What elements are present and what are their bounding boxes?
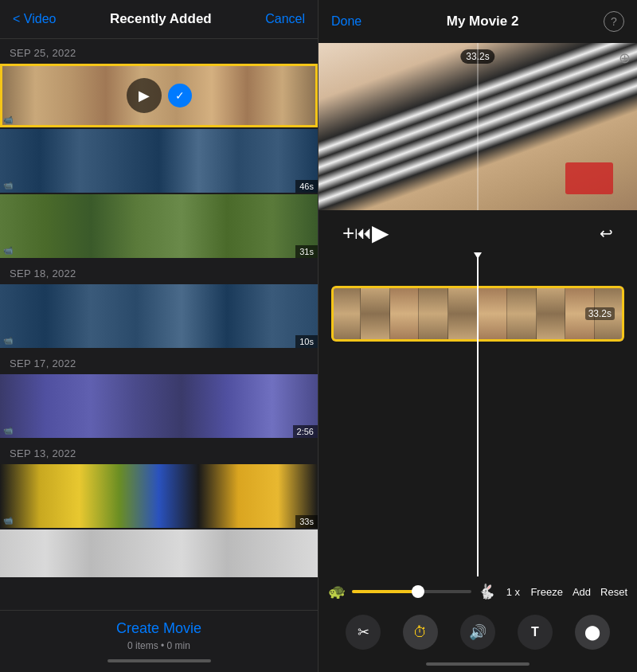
speed-multiplier: 1 x — [502, 586, 524, 598]
slow-speed-icon: 🐢 — [328, 583, 346, 600]
left-header: < Video Recently Added Cancel — [0, 0, 318, 39]
section-date-3: SEP 17, 2022 — [0, 350, 318, 374]
left-panel: < Video Recently Added Cancel SEP 25, 20… — [0, 0, 318, 672]
undo-button[interactable]: ↩ — [600, 224, 613, 243]
add-speed-button[interactable]: Add — [573, 586, 591, 598]
film-strip — [331, 286, 624, 342]
back-button[interactable]: < Video — [13, 12, 56, 26]
speed-slider[interactable] — [352, 590, 471, 593]
right-home-indicator — [426, 662, 530, 666]
camera-icon-5: 📹 — [3, 426, 13, 435]
speed-actions: Freeze Add Reset — [530, 586, 627, 598]
create-movie-button[interactable]: Create Movie — [116, 620, 201, 637]
video-duration-5: 2:56 — [293, 425, 318, 438]
timeline-track[interactable]: 33.2s — [331, 286, 624, 342]
video-item-4[interactable]: 10s 📹 — [0, 284, 318, 348]
scissors-tool[interactable]: ✂ — [346, 615, 381, 650]
right-header: Done My Movie 2 ? — [318, 0, 637, 43]
video-duration-6: 33s — [295, 515, 318, 528]
camera-icon: 📹 — [3, 115, 13, 124]
filter-tool[interactable]: ⬤ — [575, 615, 610, 650]
video-item-1[interactable]: ▶ ✓ 📹 — [0, 64, 318, 127]
video-preview: 33.2s ⊕ — [318, 43, 637, 210]
cancel-button[interactable]: Cancel — [265, 12, 305, 26]
go-to-start-button[interactable]: ⏮ — [354, 223, 372, 244]
video-item-5[interactable]: 2:56 📹 — [0, 374, 318, 438]
speed-controls: 🐢 🐇 1 x Freeze Add Reset — [318, 576, 637, 607]
video-list: SEP 25, 2022 ▶ ✓ 📹 46s 📹 31s 📹 SEP 18, 2… — [0, 39, 318, 610]
editing-toolbar: ✂ ⏱ 🔊 T ⬤ — [318, 607, 637, 658]
play-button[interactable]: ▶ — [127, 78, 162, 113]
video-item-3[interactable]: 31s 📹 — [0, 194, 318, 258]
play-overlay: ▶ ✓ — [127, 78, 192, 113]
volume-tool[interactable]: 🔊 — [460, 615, 495, 650]
track-duration: 33.2s — [585, 307, 615, 320]
video-item-2[interactable]: 46s 📹 — [0, 129, 318, 193]
video-duration-2: 46s — [295, 180, 318, 193]
left-panel-title: Recently Added — [110, 11, 212, 27]
video-duration-4: 10s — [295, 335, 318, 348]
zoom-button[interactable]: ⊕ — [619, 49, 631, 67]
freeze-button[interactable]: Freeze — [530, 586, 562, 598]
video-item-7[interactable] — [0, 529, 318, 577]
speed-tool[interactable]: ⏱ — [403, 615, 438, 650]
check-icon: ✓ — [168, 84, 192, 107]
text-tool[interactable]: T — [518, 615, 553, 650]
speed-track-filled — [352, 590, 418, 593]
reset-speed-button[interactable]: Reset — [600, 586, 627, 598]
right-panel: Done My Movie 2 ? 33.2s ⊕ + ⏮ ▶ ↩ — [318, 0, 637, 672]
movie-title: My Movie 2 — [447, 14, 519, 29]
video-item-6[interactable]: 33s 📹 — [0, 464, 318, 528]
speed-thumb[interactable] — [412, 585, 424, 598]
section-date-2: SEP 18, 2022 — [0, 260, 318, 284]
timeline-area: 33.2s — [318, 256, 637, 576]
section-date-1: SEP 25, 2022 — [0, 39, 318, 64]
add-clip-button[interactable]: + — [342, 221, 354, 245]
camera-icon-4: 📹 — [3, 336, 13, 345]
camera-icon-6: 📹 — [3, 516, 13, 525]
playback-controls: + ⏮ ▶ ↩ — [318, 210, 637, 256]
items-info: 0 items • 0 min — [127, 640, 190, 651]
bottom-bar: Create Movie 0 items • 0 min — [0, 610, 318, 672]
play-pause-button[interactable]: ▶ — [372, 220, 389, 246]
fast-speed-icon: 🐇 — [478, 583, 495, 600]
home-indicator — [107, 659, 211, 662]
camera-icon-3: 📹 — [3, 246, 13, 255]
section-date-4: SEP 13, 2022 — [0, 440, 318, 464]
camera-icon-2: 📹 — [3, 181, 13, 189]
help-button[interactable]: ? — [604, 11, 624, 32]
video-duration-3: 31s — [295, 245, 318, 258]
done-button[interactable]: Done — [331, 14, 361, 29]
